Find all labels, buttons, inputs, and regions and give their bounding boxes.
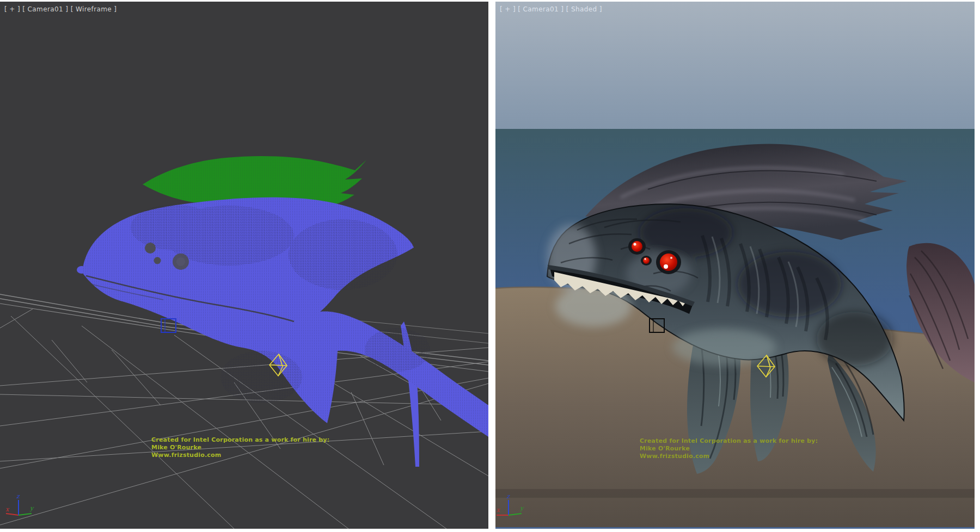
- x-axis-label: x: [5, 506, 10, 513]
- viewport-wireframe[interactable]: [ + ] [ Camera01 ] [ Wireframe ]: [0, 2, 488, 529]
- viewport-label-wireframe[interactable]: [ + ] [ Camera01 ] [ Wireframe ]: [4, 5, 117, 13]
- y-axis-label: y: [29, 505, 34, 512]
- viewport-label-shaded[interactable]: [ + ] [ Camera01 ] [ Shaded ]: [500, 5, 602, 13]
- svg-text:Www.frizstudio.com: Www.frizstudio.com: [640, 453, 709, 460]
- eye-tiny: [643, 257, 650, 264]
- eye-small: [632, 241, 642, 252]
- z-axis-label: z: [16, 493, 20, 500]
- y-axis-line: [19, 514, 32, 515]
- svg-text:Www.frizstudio.com: Www.frizstudio.com: [151, 451, 221, 459]
- wireframe-scene: Created for Intel Corporation as a work …: [0, 2, 488, 529]
- sky: [495, 2, 975, 129]
- svg-text:Mike O'Rourke: Mike O'Rourke: [151, 444, 201, 451]
- svg-text:Created for Intel Corporation: Created for Intel Corporation as a work …: [151, 436, 329, 443]
- svg-text:Mike O'Rourke: Mike O'Rourke: [640, 445, 690, 452]
- split-viewport-stage: [ + ] [ Camera01 ] [ Wireframe ]: [0, 0, 980, 532]
- x-axis-line: [6, 514, 19, 515]
- fish-creature-wireframe[interactable]: [77, 197, 488, 467]
- eye-large: [660, 253, 677, 271]
- svg-text:Created for Intel Corporation: Created for Intel Corporation as a work …: [640, 437, 818, 444]
- viewport-shaded[interactable]: [ + ] [ Camera01 ] [ Shaded ]: [495, 2, 975, 529]
- axis-tripod: x z y: [5, 493, 34, 515]
- ground-dark-band: [495, 489, 975, 498]
- shaded-scene: Created for Intel Corporation as a work …: [495, 2, 975, 529]
